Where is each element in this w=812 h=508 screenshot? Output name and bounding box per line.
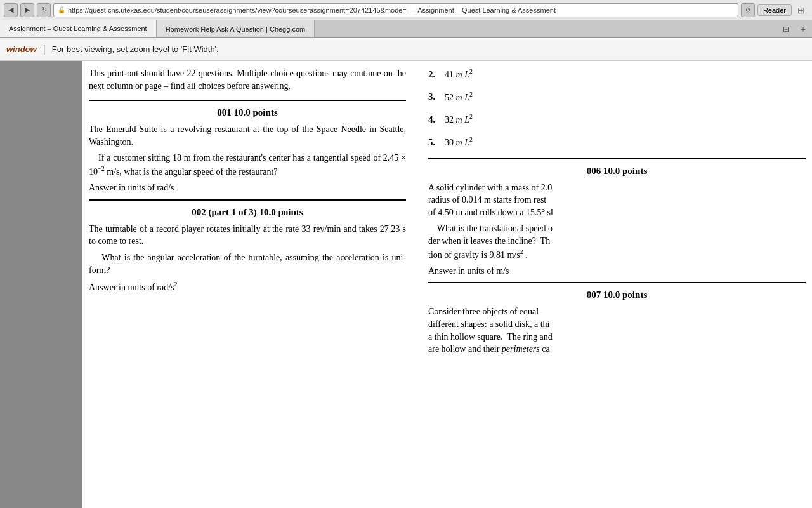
divider-1 <box>89 100 406 101</box>
url-suffix: — Assignment – Quest Learning & Assessme… <box>409 6 556 14</box>
tabs-bar: Assignment – Quest Learning & Assessment… <box>0 20 812 38</box>
q001-header: 001 10.0 points <box>89 106 406 119</box>
url-bar[interactable]: 🔒 https://quest.cns.utexas.edu/student/c… <box>53 3 738 17</box>
lock-icon: 🔒 <box>58 6 65 13</box>
refresh-icon[interactable]: ↺ <box>741 3 755 17</box>
tab-spacer <box>315 20 778 37</box>
left-column: This print-out should have 22 questions.… <box>82 61 419 508</box>
right-item-3: 3. 52 m L2 <box>428 90 806 104</box>
q001-exponent: −2 <box>98 165 105 172</box>
forward-button[interactable]: ▶ <box>20 3 34 17</box>
tab-assignment[interactable]: Assignment – Quest Learning & Assessment <box>0 20 157 37</box>
reader-button[interactable]: Reader <box>757 4 792 16</box>
q001-answer: Answer in units of rad/s <box>89 182 406 194</box>
navigation-bar: ◀ ▶ ↻ 🔒 https://quest.cns.utexas.edu/stu… <box>0 0 812 20</box>
tab-chegg[interactable]: Homework Help Ask A Question | Chegg.com <box>157 20 315 37</box>
reload-button[interactable]: ↻ <box>37 3 51 17</box>
q002-body2: What is the angular acceleration of the … <box>89 251 406 276</box>
new-tab-button[interactable]: + <box>794 20 812 37</box>
q006-answer: Answer in units of m/s <box>428 265 806 277</box>
q002-header: 002 (part 1 of 3) 10.0 points <box>89 206 406 219</box>
intro-text: This print-out should have 22 questions.… <box>89 67 406 92</box>
divider-2 <box>89 199 406 201</box>
url-text: https://quest.cns.utexas.edu/student/cou… <box>68 6 407 14</box>
right-column: 2. 41 m L2 3. 52 m L2 4. 32 m L2 5. 30 m… <box>419 61 812 508</box>
toolbar-message: For best viewing, set zoom level to 'Fit… <box>52 44 219 54</box>
right-divider-2 <box>428 282 806 283</box>
q001-body2: If a customer sitting 18 m from the rest… <box>89 152 406 178</box>
q007-body: Consider three objects of equal differen… <box>428 305 806 355</box>
q006-header: 006 10.0 points <box>428 164 806 178</box>
window-label: window <box>6 44 37 54</box>
toolbar: window | For best viewing, set zoom leve… <box>0 38 812 61</box>
right-item-4: 4. 32 m L2 <box>428 112 806 126</box>
q001-body1: The Emerald Suite is a revolving restaur… <box>89 123 406 148</box>
back-button[interactable]: ◀ <box>4 3 18 17</box>
q006-body2: What is the translational speed o der wh… <box>428 222 806 260</box>
sidebar <box>0 61 82 508</box>
right-item-5: 5. 30 m L2 <box>428 135 806 149</box>
right-divider-1 <box>428 158 806 159</box>
q002-answer-partial: Answer in units of rad/s2 <box>89 280 406 293</box>
tab-controls: ⊟ <box>778 20 794 37</box>
q006-body: A solid cylinder with a mass of 2.0 radi… <box>428 182 806 219</box>
separator: | <box>43 44 46 55</box>
bookmark-button[interactable]: ⊞ <box>794 3 808 17</box>
right-item-2: 2. 41 m L2 <box>428 67 806 81</box>
q007-header: 007 10.0 points <box>428 288 806 302</box>
document-area: This print-out should have 22 questions.… <box>82 61 812 508</box>
q002-body1: The turntable of a record player rotates… <box>89 223 406 248</box>
main-content: This print-out should have 22 questions.… <box>0 61 812 508</box>
